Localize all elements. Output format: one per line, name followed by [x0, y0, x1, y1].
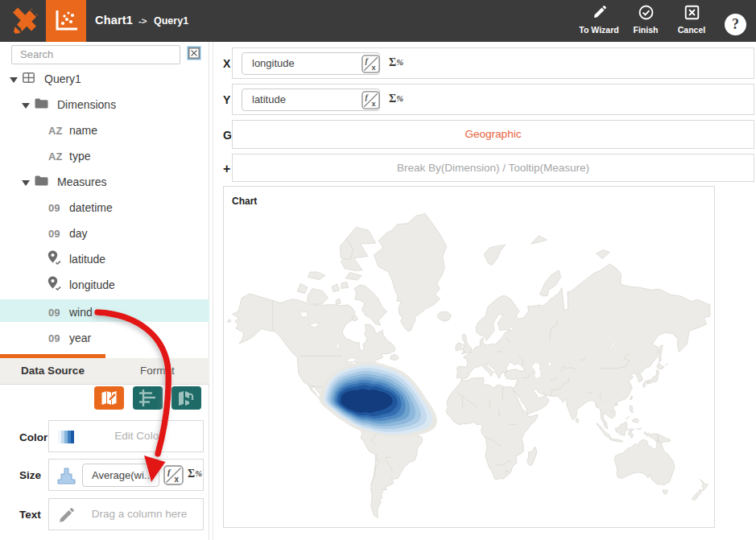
- svg-text:x: x: [371, 64, 376, 72]
- svg-text:x: x: [371, 100, 376, 108]
- svg-text:x: x: [175, 475, 180, 484]
